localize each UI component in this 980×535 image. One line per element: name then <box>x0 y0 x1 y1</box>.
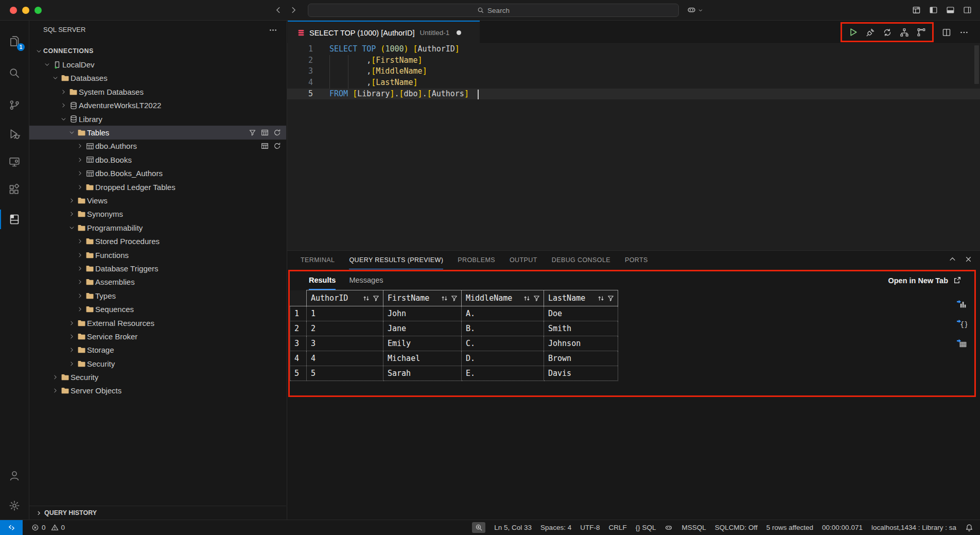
row-number-cell[interactable]: 2 <box>290 321 307 336</box>
tree-item-databases[interactable]: Databases <box>29 72 286 85</box>
grid-cell[interactable]: D. <box>462 351 544 366</box>
status-encoding[interactable]: UTF-8 <box>580 524 600 531</box>
status-query-time[interactable]: 00:00:00.071 <box>822 524 863 531</box>
tree-item-assemblies[interactable]: Assemblies <box>29 275 286 289</box>
tree-item-dbo-books[interactable]: dbo.Books <box>29 153 286 166</box>
grid-cell[interactable]: Johnson <box>544 336 618 351</box>
copilot-menu[interactable] <box>687 5 703 15</box>
status-zoom-indicator[interactable] <box>472 522 485 533</box>
activity-item-run-and-debug[interactable] <box>0 125 29 143</box>
close-window-button[interactable] <box>10 7 17 14</box>
table-row[interactable]: 22JaneB.Smith <box>290 321 618 336</box>
grid-cell[interactable]: C. <box>462 336 544 351</box>
tree-item-synonyms[interactable]: Synonyms <box>29 208 286 221</box>
results-grid[interactable]: AuthorIDFirstNameMiddleNameLastName11Joh… <box>290 290 618 381</box>
results-tab-results[interactable]: Results <box>309 271 336 290</box>
grid-cell[interactable]: Smith <box>544 321 618 336</box>
grid-cell[interactable]: Jane <box>383 321 462 336</box>
command-center-search[interactable]: Search <box>308 4 679 17</box>
grid-column-header-firstname[interactable]: FirstName <box>383 290 462 306</box>
sort-icon[interactable] <box>597 295 605 302</box>
grid-cell[interactable]: 2 <box>307 321 383 336</box>
table-row[interactable]: 55SarahE.Davis <box>290 366 618 381</box>
tree-item-library[interactable]: Library <box>29 112 286 126</box>
refresh-icon[interactable] <box>273 129 281 136</box>
minimize-window-button[interactable] <box>22 7 29 14</box>
toggle-primary-sidebar-icon[interactable] <box>929 6 938 14</box>
status-cursor-position[interactable]: Ln 5, Col 33 <box>494 524 532 531</box>
grid-cell[interactable]: 1 <box>307 306 383 321</box>
status-connection[interactable]: localhost,1434 : Library : sa <box>871 524 956 531</box>
grid-cell[interactable]: A. <box>462 306 544 321</box>
panel-tab-debug-console[interactable]: DEBUG CONSOLE <box>552 251 610 269</box>
disconnect-icon[interactable] <box>866 28 875 37</box>
grid-cell[interactable]: 5 <box>307 366 383 381</box>
results-tab-messages[interactable]: Messages <box>349 271 383 290</box>
activity-item-extensions[interactable] <box>0 181 29 198</box>
tree-item-stored-procedures[interactable]: Stored Procedures <box>29 234 286 248</box>
editor-tab-active[interactable]: SELECT TOP (1000) [AuthorID] Untitled-1 <box>288 21 480 44</box>
grid-cell[interactable]: Davis <box>544 366 618 381</box>
grid-cell[interactable]: Michael <box>383 351 462 366</box>
navigate-forward-icon[interactable] <box>289 6 298 14</box>
status-mssql-provider[interactable]: MSSQL <box>681 524 706 531</box>
status-eol[interactable]: CRLF <box>608 524 626 531</box>
grid-column-header-authorid[interactable]: AuthorID <box>307 290 383 306</box>
panel-tab-terminal[interactable]: TERMINAL <box>301 251 335 269</box>
unsaved-changes-icon[interactable] <box>457 30 461 35</box>
zoom-window-button[interactable] <box>34 7 42 14</box>
activity-item-accounts[interactable] <box>0 467 29 485</box>
grid-cell[interactable]: 3 <box>307 336 383 351</box>
filter-icon[interactable] <box>607 295 615 302</box>
activity-item-source-control[interactable] <box>0 96 29 114</box>
sort-icon[interactable] <box>362 295 370 302</box>
tree-item-security[interactable]: Security <box>29 357 286 370</box>
tree-item-programmability[interactable]: Programmability <box>29 221 286 234</box>
change-connection-icon[interactable] <box>883 28 892 37</box>
row-number-cell[interactable]: 5 <box>290 366 307 381</box>
status-copilot[interactable] <box>664 524 673 532</box>
tree-item-server-objects[interactable]: Server Objects <box>29 384 286 398</box>
panel-tab-ports[interactable]: PORTS <box>625 251 648 269</box>
grid-cell[interactable]: 4 <box>307 351 383 366</box>
navigate-back-icon[interactable] <box>274 6 283 14</box>
chevron-up-icon[interactable] <box>948 255 957 264</box>
row-number-cell[interactable]: 1 <box>290 306 307 321</box>
filter-icon[interactable] <box>533 295 540 302</box>
tree-item-external-resources[interactable]: External Resources <box>29 316 286 330</box>
code-editor[interactable]: 1SELECT TOP (1000) [AuthorID]2 ,[FirstNa… <box>287 44 980 250</box>
table-grid-icon[interactable] <box>261 142 269 150</box>
table-grid-icon[interactable] <box>261 129 269 136</box>
filter-icon[interactable] <box>450 295 458 302</box>
activity-item-explorer[interactable]: 1 <box>0 32 29 50</box>
refresh-icon[interactable] <box>273 142 281 150</box>
tree-item-database-triggers[interactable]: Database Triggers <box>29 262 286 275</box>
grid-cell[interactable]: Sarah <box>383 366 462 381</box>
sort-icon[interactable] <box>441 295 448 302</box>
activity-item-sql-server[interactable] <box>0 211 29 228</box>
row-number-cell[interactable]: 4 <box>290 351 307 366</box>
save-as-csv-icon[interactable] <box>956 298 968 309</box>
row-number-cell[interactable]: 3 <box>290 336 307 351</box>
sort-icon[interactable] <box>523 295 531 302</box>
activity-item-search[interactable] <box>0 64 29 82</box>
activity-item-settings[interactable] <box>0 497 29 514</box>
tree-item-dropped-ledger-tables[interactable]: Dropped Ledger Tables <box>29 180 286 194</box>
run-query-icon[interactable] <box>848 27 858 37</box>
grid-cell[interactable]: John <box>383 306 462 321</box>
grid-cell[interactable]: Brown <box>544 351 618 366</box>
close-panel-icon[interactable] <box>964 255 973 264</box>
tree-item-security[interactable]: Security <box>29 370 286 384</box>
status-notifications[interactable] <box>965 524 973 532</box>
tree-item-dbo-authors[interactable]: dbo.Authors <box>29 140 286 153</box>
grid-cell[interactable]: Doe <box>544 306 618 321</box>
more-actions-icon[interactable] <box>269 26 277 34</box>
tree-item-storage[interactable]: Storage <box>29 343 286 357</box>
tree-item-dbo-books-authors[interactable]: dbo.Books_Authors <box>29 167 286 180</box>
panel-tab-output[interactable]: OUTPUT <box>510 251 537 269</box>
panel-tab-problems[interactable]: PROBLEMS <box>458 251 495 269</box>
save-as-json-icon[interactable]: {} <box>956 318 968 329</box>
tree-item-localdev[interactable]: LocalDev <box>29 58 286 71</box>
status-sqlcmd[interactable]: SQLCMD: Off <box>715 524 758 531</box>
split-editor-icon[interactable] <box>942 28 951 37</box>
